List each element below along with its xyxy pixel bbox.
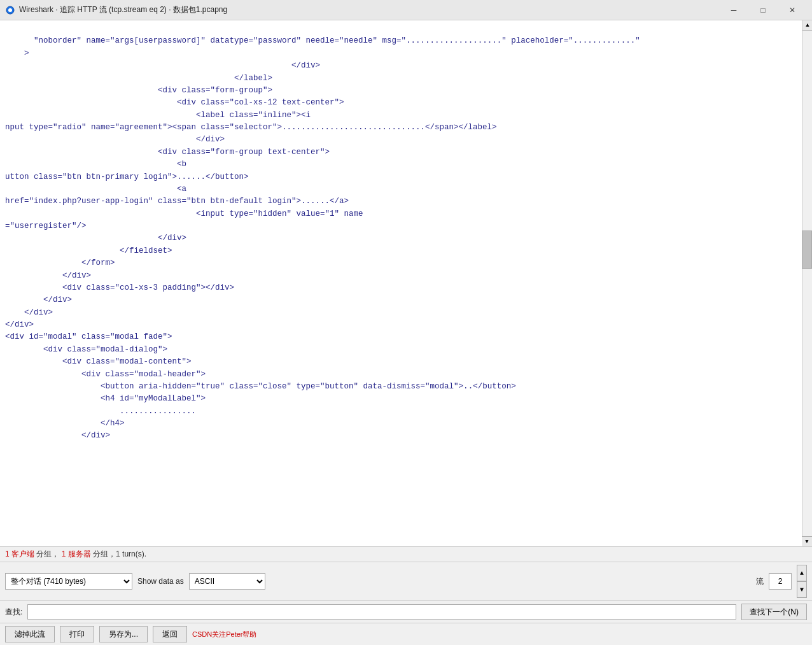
show-data-select[interactable]: ASCII xyxy=(189,573,265,590)
stream-content[interactable]: "noborder" name="args[userpassword]" dat… xyxy=(0,20,812,546)
conversation-select[interactable]: 整个对话 (7410 bytes) xyxy=(5,573,132,590)
status-text: 1 客户端 分组， 1 服务器 分组，1 turn(s). xyxy=(5,549,146,558)
app-icon xyxy=(5,5,15,15)
status-bar: 1 客户端 分组， 1 服务器 分组，1 turn(s). xyxy=(0,546,812,562)
window-title: Wireshark · 追踪 HTTP 流 (tcp.stream eq 2) … xyxy=(19,4,719,15)
show-data-label: Show data as xyxy=(137,577,184,586)
close-button[interactable]: ✕ xyxy=(778,0,807,20)
find-next-button[interactable]: 查找下一个(N) xyxy=(741,604,807,620)
stream-line-1: "noborder" name="args[userpassword]" dat… xyxy=(5,36,640,440)
window-controls: ─ □ ✕ xyxy=(719,0,807,20)
bottom-row2: 查找: 查找下一个(N) xyxy=(0,601,812,623)
status-server: 1 服务器 xyxy=(62,549,91,558)
flow-number-input[interactable] xyxy=(769,573,792,590)
scrollbar-track[interactable]: ▲ ▼ xyxy=(802,20,812,546)
flow-spin-up[interactable]: ▲ xyxy=(797,565,807,581)
print-button[interactable]: 打印 xyxy=(60,626,94,642)
save-as-button[interactable]: 另存为... xyxy=(99,626,148,642)
svg-point-1 xyxy=(8,8,12,12)
flow-spin-down[interactable]: ▼ xyxy=(797,581,807,598)
stream-text-area: "noborder" name="args[userpassword]" dat… xyxy=(0,20,812,545)
main-content: "noborder" name="args[userpassword]" dat… xyxy=(0,20,812,645)
scroll-down-button[interactable]: ▼ xyxy=(802,536,812,546)
bottom-row1: 整个对话 (7410 bytes) Show data as ASCII 流 ▲… xyxy=(0,562,812,601)
flow-label: 流 xyxy=(756,576,764,587)
csdn-label: CSDN关注Peter帮助 xyxy=(192,630,256,639)
flow-spinner: ▲ ▼ xyxy=(797,565,807,598)
title-bar: Wireshark · 追踪 HTTP 流 (tcp.stream eq 2) … xyxy=(0,0,812,20)
maximize-button[interactable]: □ xyxy=(748,0,778,20)
bottom-controls: 整个对话 (7410 bytes) Show data as ASCII 流 ▲… xyxy=(0,562,812,645)
action-buttons: 滤掉此流 打印 另存为... 返回 CSDN关注Peter帮助 xyxy=(5,626,256,642)
back-button[interactable]: 返回 xyxy=(153,626,187,642)
bottom-row3: 滤掉此流 打印 另存为... 返回 CSDN关注Peter帮助 xyxy=(0,623,812,645)
scrollbar-thumb[interactable] xyxy=(802,230,812,269)
find-input[interactable] xyxy=(27,604,736,620)
minimize-button[interactable]: ─ xyxy=(719,0,748,20)
status-client: 1 客户端 xyxy=(5,549,34,558)
find-label: 查找: xyxy=(5,607,22,618)
filter-button[interactable]: 滤掉此流 xyxy=(5,626,55,642)
scroll-up-button[interactable]: ▲ xyxy=(802,20,812,31)
